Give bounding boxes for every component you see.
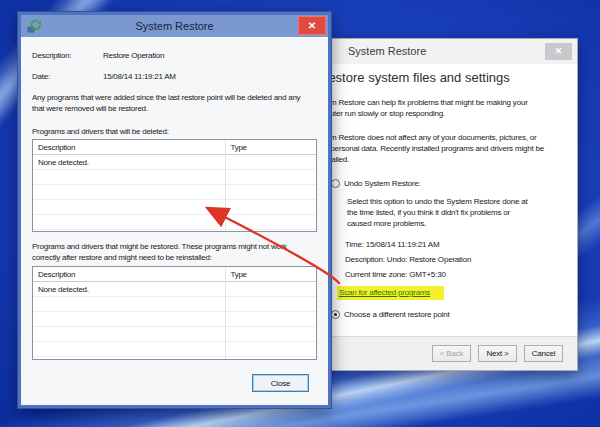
empty-row <box>33 185 316 200</box>
close-button[interactable]: Close <box>252 374 309 392</box>
next-button[interactable]: Next > <box>478 345 517 362</box>
empty-row <box>33 200 316 215</box>
list-item: None detected. <box>33 155 316 170</box>
scan-link-highlight: Scan for affected programs <box>337 286 444 300</box>
system-restore-details-window: System Restore ✕ Description: Restore Op… <box>18 12 331 408</box>
wizard-paragraph-2: System Restore does not affect any of yo… <box>311 132 563 165</box>
deleted-list-label: Programs and drivers that will be delete… <box>32 127 317 136</box>
choose-different-restore-point-option[interactable]: Choose a different restore point <box>331 309 563 320</box>
column-description[interactable]: Description <box>33 267 225 281</box>
empty-row <box>33 297 316 312</box>
restore-time: Time: 15/08/14 11:19:21 AM <box>345 240 563 249</box>
wizard-heading: Restore system files and settings <box>319 70 563 85</box>
column-description[interactable]: Description <box>33 140 225 154</box>
close-icon[interactable]: ✕ <box>298 16 326 35</box>
details-intro: Any programs that were added since the l… <box>32 92 317 114</box>
system-restore-icon <box>27 19 41 33</box>
wizard-paragraph-1: System Restore can help fix problems tha… <box>311 97 563 119</box>
deleted-programs-list[interactable]: Description Type None detected. <box>32 139 317 232</box>
radio-choose-label: Choose a different restore point <box>344 310 450 319</box>
column-divider <box>225 140 226 231</box>
description-value: Restore Operation <box>103 51 164 60</box>
close-icon[interactable]: ✕ <box>545 43 572 60</box>
wizard-titlebar[interactable]: System Restore ✕ <box>297 39 577 64</box>
wizard-title: System Restore <box>348 45 426 57</box>
column-divider <box>225 267 226 359</box>
column-type[interactable]: Type <box>225 140 246 154</box>
date-label: Date: <box>32 72 103 81</box>
description-label: Description: <box>32 51 103 60</box>
scan-for-affected-programs-link[interactable]: Scan for affected programs <box>339 288 430 297</box>
wizard-footer: < Back Next > Cancel <box>297 336 577 370</box>
empty-row <box>33 342 316 357</box>
back-button[interactable]: < Back <box>432 345 471 362</box>
list-header[interactable]: Description Type <box>33 140 316 155</box>
cancel-button[interactable]: Cancel <box>524 345 563 362</box>
list-header[interactable]: Description Type <box>33 267 316 282</box>
restore-description: Description: Undo: Restore Operation <box>345 255 563 264</box>
empty-row <box>33 327 316 342</box>
empty-row <box>33 312 316 327</box>
radio-undo-system-restore[interactable] <box>331 179 340 188</box>
system-restore-wizard-window: System Restore ✕ Restore system files an… <box>296 38 578 371</box>
details-title: System Restore <box>21 15 328 37</box>
date-value: 15/08/14 11:19:21 AM <box>103 72 176 81</box>
restored-list-label: Programs and drivers that might be resto… <box>32 241 317 263</box>
restored-programs-list[interactable]: Description Type None detected. <box>32 266 317 360</box>
undo-description: Select this option to undo the System Re… <box>347 196 563 229</box>
empty-row <box>33 170 316 185</box>
undo-system-restore-option[interactable]: Undo System Restore: <box>331 178 563 189</box>
details-titlebar[interactable]: System Restore ✕ <box>21 15 328 37</box>
empty-row <box>33 215 316 230</box>
list-item: None detected. <box>33 282 316 297</box>
radio-undo-label: Undo System Restore: <box>344 179 420 188</box>
column-type[interactable]: Type <box>225 267 246 281</box>
restore-timezone: Current time zone: GMT+5:30 <box>345 270 563 279</box>
radio-choose-different-restore-point[interactable] <box>331 310 340 319</box>
